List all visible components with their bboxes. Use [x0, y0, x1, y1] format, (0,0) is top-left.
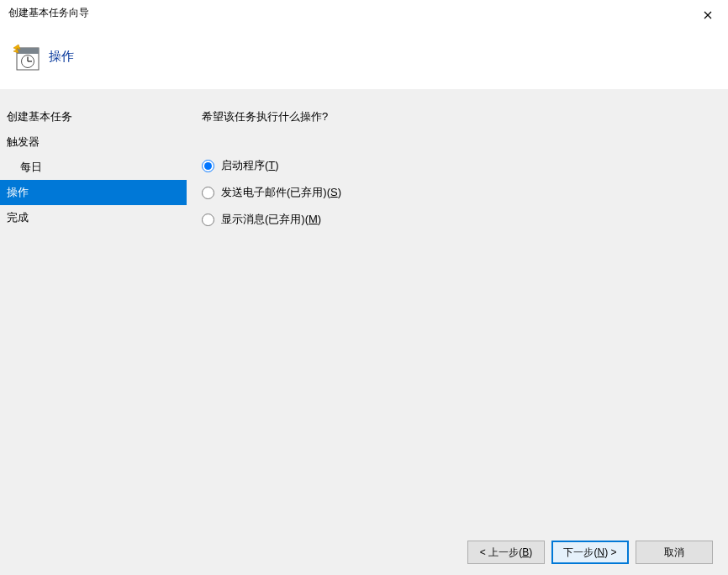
sidebar-item-label: 操作 — [7, 186, 29, 198]
radio-label-pre: 显示消息(已弃用)( — [221, 213, 309, 225]
radio-row-start-program[interactable]: 启动程序(T) — [202, 158, 713, 173]
window-title: 创建基本任务向导 — [8, 6, 89, 20]
sidebar-item-0[interactable]: 创建基本任务 — [0, 104, 187, 129]
back-button[interactable]: < 上一步(B) — [467, 541, 545, 564]
radio-label-show-message: 显示消息(已弃用)(M) — [221, 212, 321, 227]
cancel-button[interactable]: 取消 — [636, 541, 713, 564]
radio-label-accel: M — [309, 213, 318, 225]
sidebar-item-label: 创建基本任务 — [7, 110, 72, 123]
radio-row-send-email[interactable]: 发送电子邮件(已弃用)(S) — [202, 185, 713, 200]
sidebar-item-4[interactable]: 完成 — [0, 205, 187, 230]
close-icon — [704, 11, 712, 19]
radio-row-show-message[interactable]: 显示消息(已弃用)(M) — [202, 212, 713, 227]
titlebar: 创建基本任务向导 — [0, 0, 728, 25]
page-title: 操作 — [49, 49, 74, 65]
header: 操作 — [0, 25, 728, 88]
radio-show-message[interactable] — [202, 214, 214, 226]
back-label-pre: < 上一步( — [480, 546, 522, 558]
back-accel: B — [522, 546, 529, 558]
radio-label-pre: 发送电子邮件(已弃用)( — [221, 186, 330, 198]
next-accel: N — [597, 546, 604, 558]
prompt-text: 希望该任务执行什么操作? — [202, 109, 713, 124]
sidebar-item-label: 每日 — [20, 161, 42, 173]
next-button[interactable]: 下一步(N) > — [551, 541, 629, 564]
action-radio-group: 启动程序(T)发送电子邮件(已弃用)(S)显示消息(已弃用)(M) — [202, 158, 713, 227]
radio-label-send-email: 发送电子邮件(已弃用)(S) — [221, 185, 341, 200]
wizard-window: 创建基本任务向导 操作 创建基本任务触发器每日操作完成 希望该任务执行什么操作?… — [0, 0, 728, 575]
sidebar-item-3[interactable]: 操作 — [0, 180, 187, 205]
sidebar: 创建基本任务触发器每日操作完成 — [0, 89, 187, 530]
content-area: 创建基本任务触发器每日操作完成 希望该任务执行什么操作? 启动程序(T)发送电子… — [0, 88, 728, 530]
radio-send-email[interactable] — [202, 187, 214, 199]
radio-label-pre: 启动程序( — [221, 159, 268, 171]
radio-label-post: ) — [318, 213, 321, 225]
sidebar-item-1[interactable]: 触发器 — [0, 129, 187, 155]
close-button[interactable] — [698, 5, 718, 25]
next-label-post: ) > — [604, 546, 616, 558]
wizard-icon — [12, 43, 40, 71]
sidebar-item-2[interactable]: 每日 — [0, 155, 187, 180]
radio-label-accel: S — [330, 186, 338, 198]
footer: < 上一步(B) 下一步(N) > 取消 — [0, 530, 728, 575]
back-label-post: ) — [529, 546, 532, 558]
next-label-pre: 下一步( — [563, 546, 597, 558]
main-panel: 希望该任务执行什么操作? 启动程序(T)发送电子邮件(已弃用)(S)显示消息(已… — [187, 89, 728, 530]
radio-label-post: ) — [275, 159, 278, 171]
sidebar-item-label: 完成 — [7, 211, 29, 224]
radio-label-start-program: 启动程序(T) — [221, 158, 279, 173]
radio-label-post: ) — [338, 186, 341, 198]
radio-start-program[interactable] — [202, 160, 214, 172]
sidebar-item-label: 触发器 — [7, 135, 40, 148]
